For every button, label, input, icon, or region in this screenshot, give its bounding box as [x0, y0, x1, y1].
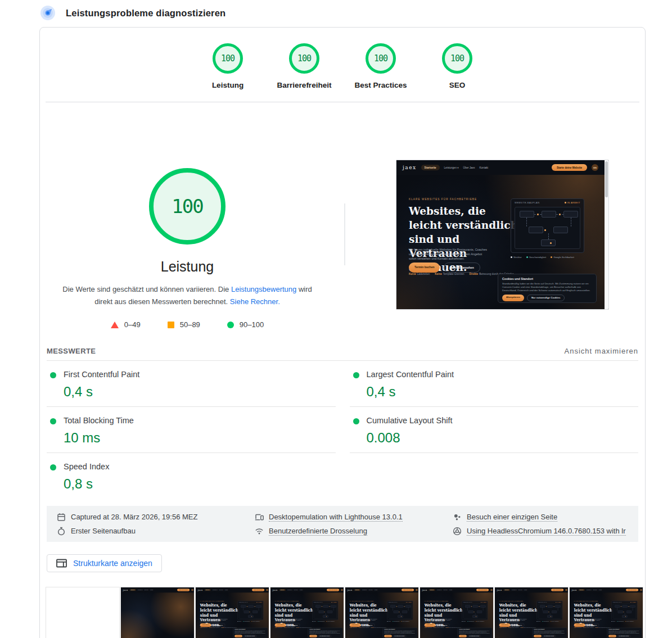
- navigation-mode: Erster Seitenaufbau: [57, 526, 255, 536]
- preview-legend: Struktur Geschwindigkeit Google-Sichtbar…: [611, 621, 637, 622]
- flowchart: [515, 207, 580, 249]
- preview-nav-item: Kontakt: [480, 166, 489, 169]
- cookie-decline-button: Nur notwendige Cookies: [318, 635, 332, 637]
- preview-nav-item: Leistungen ▾: [587, 590, 592, 591]
- vertical-divider: [344, 203, 345, 265]
- preview-nav-item: Kontakt: [449, 590, 452, 591]
- preview-nav-item: Startseite: [354, 589, 360, 591]
- preview-logo: jaex: [198, 589, 203, 591]
- preview-usp-row: KurzeLadezeiten KeineTemplate-Grenzen Di…: [275, 627, 312, 628]
- legend-fail-range: 0–49: [124, 320, 141, 329]
- preview-paragraph: Wir bauen individuelle Websites für Rest…: [425, 618, 453, 622]
- preview-nav-item: Kontakt: [375, 590, 377, 591]
- cookie-accept-button: Akzeptieren: [502, 295, 524, 301]
- preview-secondary-button: Portfolio ansehen: [444, 263, 480, 273]
- legend-fail: 0–49: [111, 320, 141, 329]
- preview-usp-row: KurzeLadezeiten KeineTemplate-Grenzen Di…: [499, 627, 536, 628]
- preview-logo: jaex: [403, 165, 417, 170]
- preview-eyebrow: KLARE WEBSITES FÜR FACHBETRIEBE: [499, 601, 524, 602]
- fail-triangle-icon: [111, 322, 119, 328]
- preview-nav-item: Leistungen ▾: [437, 590, 442, 591]
- gauge-best-practices[interactable]: 100 Best Practices: [342, 43, 419, 89]
- average-square-icon: [168, 322, 174, 328]
- show-treemap-button[interactable]: Strukturkarte anzeigen: [47, 554, 162, 572]
- preview-cookie-banner: Cookies und Standort Standardmäßig laden…: [532, 628, 567, 638]
- page-title: Leistungsprobleme diagnostizieren: [66, 8, 225, 19]
- cookie-decline-button: Nur notwendige Cookies: [617, 635, 631, 637]
- cookie-decline-button: Nur notwendige Cookies: [527, 295, 565, 301]
- flowchart: [389, 604, 412, 618]
- calculator-link[interactable]: Siehe Rechner.: [230, 297, 280, 306]
- preview-paragraph: Wir bauen individuelle Websites für Rest…: [275, 618, 303, 622]
- pass-dot-icon: [50, 464, 56, 470]
- preview-legend: Struktur Geschwindigkeit Google-Sichtbar…: [312, 621, 338, 622]
- browser-info: Using HeadlessChromium 146.0.7680.153 wi…: [453, 526, 628, 536]
- preview-cta-button: Starte deine Website: [552, 164, 587, 171]
- preview-usp-row: KurzeLadezeiten KeineTemplate-Grenzen Di…: [574, 627, 611, 628]
- flowchart: [613, 604, 636, 618]
- preview-cookie-banner: Cookies und Standort Standardmäßig laden…: [233, 628, 268, 638]
- gauge-performance[interactable]: 100 Leistung: [190, 43, 266, 89]
- flowchart: [314, 604, 337, 618]
- flowchart: [239, 604, 262, 618]
- device-emulation: Desktopemulation with Lighthouse 13.0.1: [255, 512, 453, 522]
- preview-nav-item: Über Jaex: [593, 590, 597, 591]
- preview-logo: jaex: [422, 589, 427, 591]
- preview-nav-item: Startseite: [129, 589, 136, 591]
- preview-nav-item: Leistungen ▾: [213, 590, 218, 591]
- preview-hero: KLARE WEBSITES FÜR FACHBETRIEBE Websites…: [196, 592, 269, 638]
- panel-title: WEBSITE-BAUPLAN: [314, 602, 323, 603]
- panel-title: WEBSITE-BAUPLAN: [613, 602, 622, 603]
- capture-time: Captured at 28. März 2026, 19:56 MEZ: [57, 512, 255, 522]
- legend-pass-range: 90–100: [240, 320, 264, 329]
- metrics-section-title: MESSWERTE: [47, 347, 96, 355]
- preview-nav-item: Kontakt: [599, 590, 602, 591]
- preview-scrollbar-thumb: [605, 161, 608, 197]
- cookie-accept-button: Akzeptieren: [534, 635, 542, 637]
- filmstrip-thumbnail: jaex Startseite Leistungen ▾ Über Jaex K…: [121, 587, 195, 638]
- preview-navbar: jaex Startseite Leistungen ▾ Über Jaex K…: [420, 587, 494, 592]
- preview-blueprint-panel: WEBSITE-BAUPLAN IN ARBEIT: [387, 601, 413, 620]
- preview-navbar: jaex Startseite Leistungen ▾ Über Jaex K…: [270, 587, 344, 592]
- preview-cookie-banner: Cookies und Standort Standardmäßig laden…: [457, 628, 492, 638]
- preview-blueprint-panel: WEBSITE-BAUPLAN IN ARBEIT: [511, 198, 584, 253]
- preview-scrollbar: [605, 160, 608, 309]
- cookie-accept-button: Akzeptieren: [234, 635, 242, 637]
- preview-logo: jaex: [497, 589, 502, 591]
- score-disclaimer: Die Werte sind geschätzt und können vari…: [58, 283, 317, 308]
- gauge-seo[interactable]: 100 SEO: [419, 43, 495, 89]
- performance-score-gauge[interactable]: 100: [149, 168, 225, 245]
- preview-language-toggle: EN: [592, 164, 598, 171]
- filmstrip-thumbnail: jaex Startseite Leistungen ▾ Über Jaex K…: [270, 587, 344, 638]
- preview-usp-row: KurzeLadezeiten KeineTemplate-Grenzen Di…: [200, 627, 237, 628]
- throttling-setting: Benutzerdefinierte Drosselung: [255, 526, 453, 536]
- preview-language-toggle: EN: [341, 589, 343, 591]
- filmstrip-frame: jaex Startseite Leistungen ▾ Über Jaex K…: [494, 587, 569, 638]
- expand-view-button[interactable]: Ansicht maximieren: [565, 347, 638, 355]
- preview-paragraph: Wir bauen individuelle Websites für Rest…: [350, 618, 378, 622]
- scoring-link[interactable]: Leistungsbewertung: [231, 285, 296, 293]
- cookie-decline-button: Nur notwendige Cookies: [543, 635, 556, 637]
- preview-navbar: jaex Startseite Leistungen ▾ Über Jaex K…: [345, 587, 419, 592]
- metrics-header: MESSWERTE Ansicht maximieren: [47, 347, 638, 361]
- preview-primary-button: Termin buchen: [409, 263, 440, 273]
- performance-summary: 100 Leistung Die Werte sind geschätzt un…: [40, 102, 645, 337]
- metric-total-blocking-time: Total Blocking Time 10 ms: [47, 407, 336, 453]
- preview-nav-item: Startseite: [279, 589, 286, 591]
- panel-title: WEBSITE-BAUPLAN: [538, 602, 547, 603]
- preview-logo: jaex: [572, 589, 577, 591]
- page: { "header": { "title": "Leistungsproblem…: [0, 0, 672, 638]
- preview-hero: KLARE WEBSITES FÜR FACHBETRIEBE Websites…: [570, 592, 643, 638]
- score-legend: 0–49 50–89 90–100: [40, 320, 335, 329]
- preview-language-toggle: EN: [640, 589, 642, 591]
- preview-legend: Struktur Geschwindigkeit Google-Sichtbar…: [511, 256, 584, 259]
- cookie-accept-button: Akzeptieren: [384, 635, 392, 637]
- preview-hero: KLARE WEBSITES FÜR FACHBETRIEBE Websites…: [345, 592, 419, 638]
- gauge-accessibility[interactable]: 100 Barrierefreiheit: [266, 43, 342, 89]
- preview-nav-item: Startseite: [429, 589, 435, 591]
- gauge-accessibility-score: 100: [289, 43, 319, 74]
- gauge-performance-score: 100: [213, 43, 243, 74]
- filmstrip: jaex Startseite Leistungen ▾ Über Jaex K…: [46, 587, 639, 638]
- preview-language-toggle: EN: [416, 589, 418, 591]
- treemap-icon: [56, 559, 67, 568]
